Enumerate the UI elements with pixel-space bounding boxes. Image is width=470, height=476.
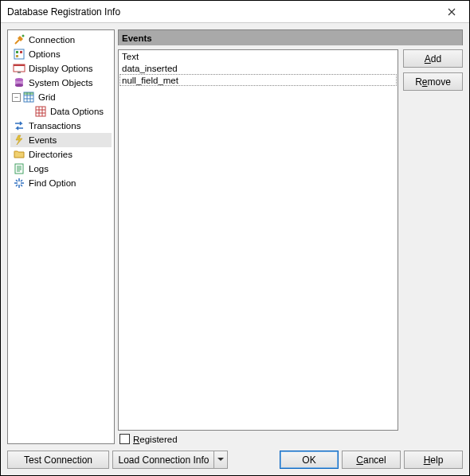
window-title: Database Registration Info	[7, 6, 120, 18]
nav-item-system-objects[interactable]: System Objects	[10, 76, 112, 90]
nav-item-display-options[interactable]: Display Options	[10, 61, 112, 76]
load-connection-info-split: Load Connection Info	[112, 451, 228, 469]
list-item-text: Text	[122, 52, 139, 61]
logs-icon	[13, 162, 25, 175]
section-header: Events	[118, 29, 463, 45]
svg-point-9	[15, 84, 23, 87]
svg-rect-7	[18, 72, 21, 73]
nav-label: Find Option	[29, 178, 76, 188]
nav-label: Transactions	[29, 121, 80, 131]
connection-icon	[13, 33, 25, 46]
nav-item-grid[interactable]: − Grid	[10, 90, 112, 104]
test-connection-button[interactable]: Test Connection	[7, 451, 109, 469]
svg-rect-12	[36, 107, 45, 116]
nav-item-connection[interactable]: Connection	[10, 33, 112, 47]
svg-rect-2	[16, 51, 18, 53]
nav-label: Grid	[38, 92, 56, 102]
nav-label: Directories	[29, 150, 72, 159]
registered-checkbox[interactable]	[119, 434, 130, 444]
nav-label: Connection	[29, 35, 75, 45]
display-options-icon	[13, 62, 25, 75]
load-connection-info-dropdown[interactable]	[213, 451, 228, 469]
grid-icon	[22, 91, 35, 103]
dialog-window: Database Registration Info Connection	[0, 0, 470, 476]
close-icon	[448, 8, 456, 16]
category-tree[interactable]: Connection Options Display Options	[7, 29, 115, 444]
button-label: OK	[302, 455, 315, 466]
registered-label: Registered	[133, 435, 178, 444]
event-name-input[interactable]	[122, 75, 394, 86]
data-options-icon	[34, 105, 47, 118]
nav-item-directories[interactable]: Directories	[10, 147, 112, 162]
button-label: Add	[425, 53, 441, 64]
nav-item-transactions[interactable]: Transactions	[10, 119, 112, 133]
dialog-body: Connection Options Display Options	[1, 23, 469, 475]
button-label: Test Connection	[24, 455, 92, 466]
svg-rect-4	[16, 55, 18, 57]
svg-rect-1	[14, 49, 24, 59]
cancel-button[interactable]: Cancel	[342, 451, 401, 469]
nav-label: Data Options	[50, 107, 104, 116]
svg-rect-11	[24, 92, 33, 95]
find-option-icon	[13, 177, 25, 189]
titlebar: Database Registration Info	[1, 1, 469, 23]
nav-label: Logs	[29, 164, 49, 174]
list-item-editing[interactable]	[119, 74, 397, 86]
nav-label: Options	[29, 49, 61, 59]
chevron-down-icon	[217, 458, 224, 462]
button-label: Remove	[415, 76, 451, 88]
system-objects-icon	[13, 76, 25, 89]
list-item[interactable]: Text	[119, 50, 398, 62]
remove-button[interactable]: Remove	[403, 72, 463, 91]
nav-label: System Objects	[29, 78, 93, 88]
events-icon	[13, 134, 25, 146]
events-list[interactable]: Text data_inserted	[118, 49, 398, 431]
dialog-footer: Test Connection Load Connection Info OK …	[7, 444, 463, 469]
nav-label: Events	[29, 135, 57, 145]
nav-item-logs[interactable]: Logs	[10, 162, 112, 176]
directories-icon	[13, 148, 25, 161]
section-title: Events	[122, 33, 152, 43]
nav-label: Display Options	[29, 64, 93, 73]
registered-row: Registered	[118, 431, 398, 444]
svg-point-0	[22, 35, 25, 37]
events-buttons: Add Remove	[403, 49, 463, 444]
collapse-icon[interactable]: −	[12, 93, 21, 102]
upper-area: Connection Options Display Options	[7, 29, 463, 444]
add-button[interactable]: Add	[403, 49, 463, 68]
load-connection-info-button[interactable]: Load Connection Info	[112, 451, 214, 469]
svg-rect-3	[20, 51, 22, 53]
options-icon	[13, 48, 25, 60]
ok-button[interactable]: OK	[280, 451, 339, 469]
help-button[interactable]: Help	[404, 451, 463, 469]
events-column: Text data_inserted Registered	[118, 45, 398, 444]
button-label: Help	[424, 455, 444, 466]
list-item[interactable]: data_inserted	[119, 62, 398, 74]
button-label: Load Connection Info	[118, 455, 209, 466]
nav-item-find-option[interactable]: Find Option	[10, 176, 112, 190]
svg-rect-6	[14, 64, 25, 66]
svg-rect-13	[15, 164, 23, 174]
list-item-text: data_inserted	[122, 64, 178, 73]
content-row: Text data_inserted Registered	[118, 45, 463, 444]
nav-item-data-options[interactable]: Data Options	[10, 104, 112, 119]
button-label: Cancel	[356, 455, 386, 466]
nav-item-events[interactable]: Events	[10, 133, 112, 147]
transactions-icon	[13, 119, 25, 132]
nav-item-options[interactable]: Options	[10, 47, 112, 61]
main-panel: Events Text data_inserted	[118, 29, 463, 444]
close-button[interactable]	[434, 1, 469, 22]
